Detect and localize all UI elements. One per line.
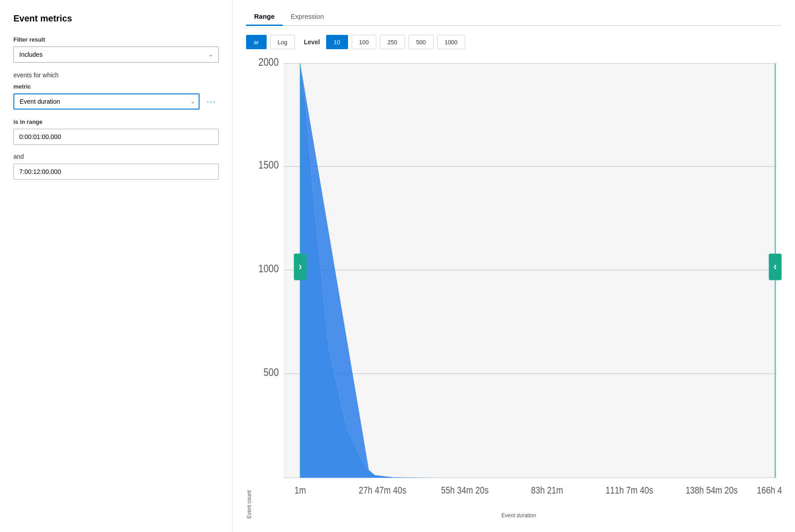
ytick-2000: 2000 [259,58,279,68]
scale-log-button[interactable]: Log [270,35,295,49]
filter-result-select[interactable]: Includes Excludes [19,47,213,62]
chart-svg-wrapper: 2000 1500 1000 500 › [256,58,782,510]
ytick-1500: 1500 [259,159,279,171]
range-start-input[interactable] [13,129,219,145]
ytick-1000: 1000 [259,262,279,274]
metric-label: metric [13,83,219,90]
right-handle-icon: ‹ [774,261,777,273]
x-axis-label: Event duration [256,512,782,519]
events-for-which-label: events for which [13,72,219,79]
xtick-1m: 1m [294,485,306,496]
tabs-row: Range Expression [246,9,782,26]
chart-container: Event count 2000 1500 1000 500 [246,58,782,519]
filter-result-dropdown-wrapper: Includes Excludes ⌄ [13,46,219,63]
xtick-83h: 83h 21m [531,485,563,496]
scale-linear-button[interactable]: ar [246,35,267,49]
left-handle-icon: › [299,261,302,273]
panel-title: Event metrics [13,13,219,24]
tab-range[interactable]: Range [246,9,283,26]
ytick-500: 500 [264,366,279,378]
level-100-button[interactable]: 100 [352,35,377,49]
level-500-button[interactable]: 500 [408,35,434,49]
metric-row: Event duration Event count Event latency… [13,93,219,110]
level-250-button[interactable]: 250 [380,35,405,49]
and-label: and [13,153,219,160]
filter-result-label: Filter result [13,36,219,43]
is-in-range-label: is in range [13,118,219,125]
level-1000-button[interactable]: 1000 [437,35,465,49]
filter-result-dropdown[interactable]: Includes Excludes ⌄ [13,46,219,63]
chart-inner: 2000 1500 1000 500 › [256,58,782,519]
tab-expression[interactable]: Expression [283,9,332,26]
chart-svg: 2000 1500 1000 500 › [256,58,782,510]
metric-dropdown-wrapper: Event duration Event count Event latency… [13,93,200,110]
xtick-55h: 55h 34m 20s [441,485,489,496]
metric-select[interactable]: Event duration Event count Event latency [13,93,200,110]
chart-toolbar: ar Log Level 10 100 250 500 1000 [246,35,782,49]
xtick-138h: 138h 54m 20s [685,485,738,496]
xtick-27h: 27h 47m 40s [359,485,406,496]
xtick-166h: 166h 41m [757,485,782,496]
level-label: Level [304,38,320,46]
range-end-input[interactable] [13,164,219,180]
level-10-button[interactable]: 10 [326,35,348,49]
right-panel: Range Expression ar Log Level 10 100 250… [233,0,795,532]
xtick-111h: 111h 7m 40s [606,485,653,496]
y-axis-label: Event count [246,58,252,519]
metric-ellipsis-button[interactable]: ··· [204,95,219,108]
left-panel: Event metrics Filter result Includes Exc… [0,0,233,532]
